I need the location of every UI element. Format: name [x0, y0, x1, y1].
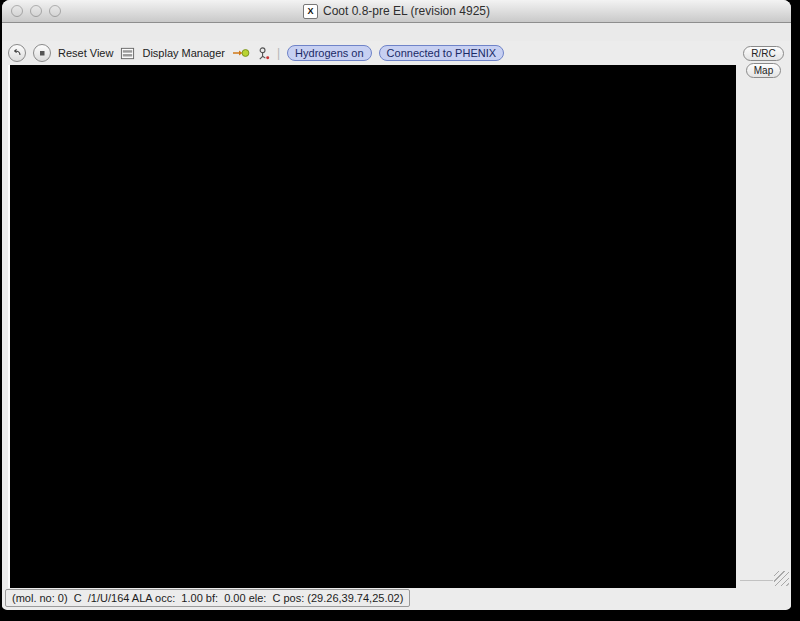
window-title: X Coot 0.8-pre EL (revision 4925): [303, 4, 490, 19]
hydrogens-toggle-button[interactable]: Hydrogens on: [287, 45, 372, 61]
go-to-atom-icon[interactable]: [232, 46, 250, 60]
reset-view-button[interactable]: Reset View: [58, 47, 113, 59]
curved-arrow-icon: [12, 48, 22, 58]
close-button[interactable]: [11, 5, 23, 17]
go-to-ligand-icon[interactable]: [257, 46, 270, 61]
resize-grip[interactable]: [774, 571, 789, 586]
phenix-connection-button[interactable]: Connected to PHENIX: [379, 45, 504, 61]
toolbar-separator: |: [277, 46, 280, 60]
x11-app-icon: X: [303, 4, 318, 19]
main-toolbar: Reset View Display Manager | Hydrogens o…: [2, 41, 736, 65]
square-icon: [37, 48, 47, 58]
zoom-button[interactable]: [49, 5, 61, 17]
right-panel: R/RC Map: [736, 41, 791, 588]
toolbar-stop-button[interactable]: [33, 44, 51, 62]
window-title-text: Coot 0.8-pre EL (revision 4925): [323, 4, 490, 18]
toolbar-back-button[interactable]: [8, 44, 26, 62]
display-manager-button[interactable]: Display Manager: [142, 47, 225, 59]
coot-window: X Coot 0.8-pre EL (revision 4925) Reset …: [2, 0, 791, 610]
status-bar: (mol. no: 0) C /1/U/164 ALA occ: 1.00 bf…: [2, 588, 791, 608]
menu-bar: [2, 23, 791, 42]
rotate-recentre-toggle-button[interactable]: R/RC: [743, 46, 783, 61]
traffic-lights: [11, 5, 61, 17]
title-bar[interactable]: X Coot 0.8-pre EL (revision 4925): [2, 0, 791, 23]
status-text: (mol. no: 0) C /1/U/164 ALA occ: 1.00 bf…: [5, 589, 410, 607]
display-manager-icon[interactable]: [120, 46, 135, 61]
map-button[interactable]: Map: [746, 63, 781, 78]
panel-divider: [740, 580, 773, 581]
graphics-canvas[interactable]: [8, 65, 736, 588]
minimize-button[interactable]: [30, 5, 42, 17]
modelling-tool-strip: [736, 83, 791, 588]
